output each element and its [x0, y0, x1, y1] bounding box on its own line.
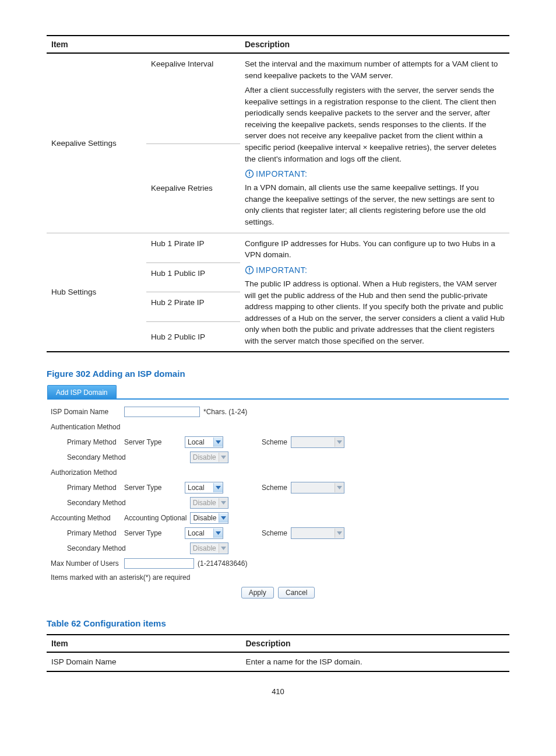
svg-rect-4	[249, 268, 250, 271]
desc-keepalive-interval: Set the interval and the maximum number …	[245, 58, 505, 81]
svg-marker-10	[337, 486, 342, 489]
sel-authn-primary[interactable]: Local	[185, 436, 223, 448]
svg-marker-12	[221, 516, 226, 520]
chevron-down-icon	[337, 531, 342, 535]
chevron-down-icon	[221, 547, 226, 550]
lbl-isp-name: ISP Domain Name	[51, 408, 121, 416]
apply-button[interactable]: Apply	[241, 587, 274, 598]
lbl-scheme: Scheme	[262, 438, 287, 446]
input-isp-name[interactable]	[124, 407, 200, 417]
desc-hub-p2: The public IP address is optional. When …	[245, 278, 505, 346]
important-label-hub: IMPORTANT:	[245, 264, 505, 276]
group-keepalive: Keepalive Settings	[47, 53, 146, 233]
sel-acct-primary[interactable]: Local	[185, 527, 223, 539]
svg-marker-14	[337, 531, 342, 535]
lbl-acct-optional: Accounting Optional	[124, 514, 186, 522]
figure-caption: Figure 302 Adding an ISP domain	[47, 369, 509, 379]
hint-max-users: (1-2147483646)	[198, 559, 247, 568]
item-keepalive-interval: Keepalive Interval	[146, 53, 240, 144]
chevron-down-icon	[221, 456, 226, 459]
sel-acct-scheme[interactable]	[291, 527, 344, 539]
alert-icon	[245, 169, 254, 178]
page-number: 410	[47, 687, 509, 696]
lbl-secondary-z: Secondary Method	[51, 499, 126, 507]
svg-rect-5	[249, 271, 250, 272]
sel-authn-secondary[interactable]: Disable	[190, 452, 228, 463]
sel-authz-secondary[interactable]: Disable	[190, 497, 228, 509]
item-hub2-public: Hub 2 Public IP	[146, 322, 240, 352]
chevron-down-icon	[216, 531, 221, 535]
lbl-primary-a: Primary Method	[51, 529, 121, 537]
col-subitem	[146, 36, 240, 53]
t2-col-desc: Description	[241, 635, 509, 652]
required-note: Items marked with an asterisk(*) are req…	[47, 571, 509, 586]
lbl-scheme-a: Scheme	[262, 529, 287, 537]
desc-keepalive-retries-p2: In a VPN domain, all clients use the sam…	[245, 182, 505, 228]
desc-keepalive-retries-p1: After a client successfully registers wi…	[245, 85, 505, 164]
hint-isp-name: *Chars. (1-24)	[203, 408, 247, 416]
svg-rect-2	[249, 175, 250, 176]
sel-acct-optional[interactable]: Disable	[190, 512, 228, 524]
chevron-down-icon	[221, 501, 226, 505]
lbl-max-users: Max Number of Users	[51, 559, 121, 568]
lbl-server-type: Server Type	[124, 438, 181, 446]
item-hub1-private: Hub 1 Pirate IP	[146, 233, 240, 262]
chevron-down-icon	[337, 486, 342, 489]
desc-hub: Configure IP addresses for Hubs. You can…	[240, 233, 509, 352]
item-hub2-private: Hub 2 Pirate IP	[146, 292, 240, 322]
svg-marker-7	[337, 440, 342, 444]
t2-row1-desc: Enter a name for the ISP domain.	[241, 652, 509, 671]
chevron-down-icon	[216, 486, 221, 489]
add-isp-form: Add ISP Domain ISP Domain Name *Chars. (…	[47, 384, 509, 602]
lbl-secondary-a: Secondary Method	[51, 544, 126, 552]
svg-marker-15	[221, 547, 226, 550]
lbl-authn: Authentication Method	[51, 423, 121, 431]
t2-row1-item: ISP Domain Name	[47, 652, 241, 671]
settings-table: Item Description Keepalive Settings Keep…	[47, 35, 509, 352]
sel-acct-secondary[interactable]: Disable	[190, 542, 228, 554]
col-item: Item	[47, 36, 146, 53]
important-label: IMPORTANT:	[245, 168, 505, 180]
lbl-secondary: Secondary Method	[51, 453, 126, 461]
sel-authz-scheme[interactable]	[291, 482, 344, 494]
group-hub: Hub Settings	[47, 233, 146, 352]
chevron-down-icon	[337, 440, 342, 444]
svg-marker-11	[221, 501, 226, 505]
lbl-server-type-a: Server Type	[124, 529, 181, 537]
svg-marker-13	[216, 531, 221, 535]
lbl-scheme-z: Scheme	[262, 484, 287, 492]
desc-keepalive: Set the interval and the maximum number …	[240, 53, 509, 233]
chevron-down-icon	[216, 440, 221, 444]
lbl-primary-z: Primary Method	[51, 484, 121, 492]
svg-marker-8	[221, 456, 226, 459]
svg-marker-6	[216, 440, 221, 444]
lbl-authz: Authorization Method	[51, 468, 121, 477]
svg-rect-1	[249, 172, 250, 174]
input-max-users[interactable]	[124, 558, 194, 569]
table62-caption: Table 62 Configuration items	[47, 618, 509, 628]
lbl-primary: Primary Method	[51, 438, 121, 446]
t2-col-item: Item	[47, 635, 241, 652]
chevron-down-icon	[221, 516, 226, 520]
sel-authz-primary[interactable]: Local	[185, 482, 223, 494]
desc-hub-p1: Configure IP addresses for Hubs. You can…	[245, 238, 505, 261]
alert-icon	[245, 265, 254, 275]
tab-add-isp[interactable]: Add ISP Domain	[47, 385, 117, 399]
lbl-server-type-z: Server Type	[124, 484, 181, 492]
sel-authn-scheme[interactable]	[291, 436, 344, 448]
cancel-button[interactable]: Cancel	[278, 587, 315, 598]
item-hub1-public: Hub 1 Public IP	[146, 262, 240, 292]
svg-marker-9	[216, 486, 221, 489]
item-keepalive-retries: Keepalive Retries	[146, 144, 240, 233]
config-items-table: Item Description ISP Domain Name Enter a…	[47, 634, 509, 672]
col-desc: Description	[240, 36, 509, 53]
lbl-acct: Accounting Method	[51, 514, 121, 522]
